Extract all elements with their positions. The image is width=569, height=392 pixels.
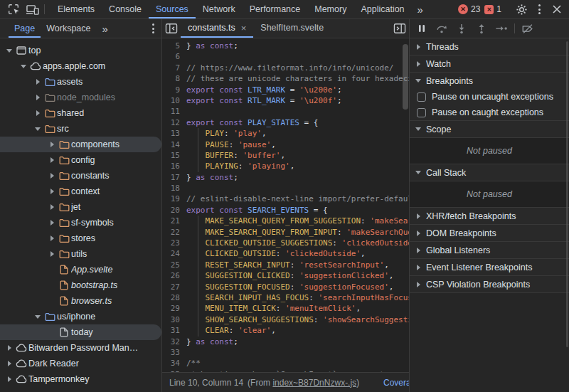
- line-number[interactable]: 11: [162, 106, 186, 117]
- close-tab-icon[interactable]: ×: [240, 23, 248, 33]
- chevron-right-icon[interactable]: [33, 79, 43, 85]
- toggle-debugger-sidebar-icon[interactable]: [390, 19, 409, 38]
- line-number[interactable]: 9: [162, 85, 186, 95]
- more-panels-chevron[interactable]: »: [412, 0, 429, 18]
- line-number[interactable]: 6: [162, 51, 186, 62]
- code-editor[interactable]: 5} as const;67// https://www.fileformat.…: [162, 38, 409, 372]
- line-number[interactable]: 31: [162, 325, 186, 336]
- console-errors-badge[interactable]: ✕ 23: [458, 4, 480, 14]
- deactivate-breakpoints-icon[interactable]: [519, 21, 537, 36]
- chevron-down-icon[interactable]: [33, 127, 43, 131]
- tree-item-apps-apple-com[interactable]: apps.apple.com: [0, 58, 161, 74]
- chevron-right-icon[interactable]: [47, 173, 57, 179]
- line-number[interactable]: 17: [162, 172, 186, 183]
- chevron-down-icon[interactable]: [18, 65, 28, 68]
- line-number[interactable]: 22: [162, 227, 186, 238]
- line-number[interactable]: 33: [162, 347, 186, 358]
- line-number[interactable]: 13: [162, 128, 186, 139]
- chevron-down-icon[interactable]: [33, 315, 43, 319]
- chevron-down-icon[interactable]: [4, 49, 14, 53]
- tree-item-utils[interactable]: utils: [0, 246, 161, 262]
- line-number[interactable]: 19: [162, 194, 186, 204]
- step-icon[interactable]: [492, 21, 511, 36]
- pause-script-icon[interactable]: [413, 21, 431, 36]
- sourcemap-link[interactable]: index~B87DnNzwx-.js: [272, 378, 356, 388]
- chevron-right-icon[interactable]: [4, 345, 14, 351]
- tree-item-constants[interactable]: constants: [0, 168, 161, 184]
- line-number[interactable]: 27: [162, 282, 186, 292]
- tab-application[interactable]: Application: [353, 0, 411, 18]
- coverage-link[interactable]: Coverage: [383, 378, 409, 388]
- navigator-menu-icon[interactable]: [144, 19, 161, 38]
- line-number[interactable]: 28: [162, 292, 186, 303]
- line-number[interactable]: 8: [162, 73, 186, 84]
- line-number[interactable]: 15: [162, 150, 186, 161]
- tab-console[interactable]: Console: [102, 0, 149, 18]
- section-header-watch[interactable]: Watch: [410, 55, 569, 72]
- line-number[interactable]: 29: [162, 303, 186, 314]
- chevron-right-icon[interactable]: [47, 251, 57, 257]
- line-number[interactable]: 10: [162, 95, 186, 106]
- tab-performance[interactable]: Performance: [243, 0, 308, 18]
- chevron-right-icon[interactable]: [33, 110, 43, 116]
- line-number[interactable]: 18: [162, 183, 186, 194]
- chevron-right-icon[interactable]: [47, 204, 57, 210]
- line-number[interactable]: 20: [162, 205, 186, 216]
- tree-item-app-svelte[interactable]: App.svelte: [0, 262, 161, 277]
- line-number[interactable]: 32: [162, 337, 186, 347]
- navigator-tab-page[interactable]: Page: [9, 19, 41, 38]
- tree-item-shared[interactable]: shared: [0, 105, 161, 121]
- hide-navigator-icon[interactable]: [162, 19, 181, 38]
- checkbox-row-pause-on-caught-exceptions[interactable]: Pause on caught exceptions: [410, 105, 569, 120]
- step-out-icon[interactable]: [472, 21, 491, 36]
- section-header-threads[interactable]: Threads: [410, 38, 569, 55]
- line-number[interactable]: 30: [162, 314, 186, 325]
- chevron-right-icon[interactable]: [47, 157, 57, 163]
- chevron-right-icon[interactable]: [33, 95, 43, 100]
- tab-elements[interactable]: Elements: [50, 0, 102, 18]
- section-header-call-stack[interactable]: Call Stack: [410, 164, 569, 181]
- line-number[interactable]: 7: [162, 63, 186, 73]
- devtools-menu-icon[interactable]: [531, 0, 548, 18]
- tree-item-stores[interactable]: stores: [0, 231, 161, 246]
- section-header-scope[interactable]: Scope: [410, 121, 569, 137]
- tree-item-assets[interactable]: assets: [0, 74, 161, 90]
- settings-gear-icon[interactable]: [512, 4, 531, 16]
- tree-item-browser-ts[interactable]: browser.ts: [0, 293, 161, 309]
- line-number[interactable]: 21: [162, 216, 186, 226]
- tree-item-bootstrap-ts[interactable]: bootstrap.ts: [0, 277, 161, 293]
- device-toolbar-icon[interactable]: [23, 0, 41, 18]
- chevron-right-icon[interactable]: [4, 361, 14, 366]
- line-number[interactable]: 24: [162, 248, 186, 259]
- section-header-xhr-fetch-breakpoints[interactable]: XHR/fetch Breakpoints: [410, 208, 569, 224]
- inspect-element-icon[interactable]: [4, 0, 23, 18]
- section-header-csp-violation-breakpoints[interactable]: CSP Violation Breakpoints: [410, 276, 569, 292]
- line-number[interactable]: 16: [162, 161, 186, 171]
- line-number[interactable]: 23: [162, 238, 186, 248]
- issues-badge[interactable]: ✕ 1: [484, 4, 501, 14]
- line-number[interactable]: 25: [162, 260, 186, 270]
- tree-item-context[interactable]: context: [0, 184, 161, 199]
- tree-item-components[interactable]: components: [0, 137, 161, 152]
- tree-item-node-modules[interactable]: node_modules: [0, 90, 161, 105]
- tab-network[interactable]: Network: [196, 0, 243, 18]
- chevron-right-icon[interactable]: [47, 220, 57, 226]
- line-number[interactable]: 34: [162, 358, 186, 369]
- tree-item-src[interactable]: src: [0, 121, 161, 137]
- step-into-icon[interactable]: [452, 21, 471, 36]
- file-tab-shelfitem-svelte[interactable]: ShelfItem.svelte: [253, 19, 329, 38]
- line-number[interactable]: 26: [162, 270, 186, 281]
- chevron-right-icon[interactable]: [47, 189, 57, 194]
- tree-item-sf-symbols[interactable]: sf-symbols: [0, 215, 161, 231]
- tree-item-jet[interactable]: jet: [0, 199, 161, 215]
- chevron-right-icon[interactable]: [47, 235, 57, 241]
- line-number[interactable]: 14: [162, 139, 186, 150]
- tree-item-config[interactable]: config: [0, 152, 161, 168]
- chevron-right-icon[interactable]: [47, 142, 57, 147]
- line-number[interactable]: 12: [162, 117, 186, 128]
- section-header-breakpoints[interactable]: Breakpoints: [410, 73, 569, 89]
- tree-item-today[interactable]: today: [0, 324, 161, 340]
- tab-memory[interactable]: Memory: [307, 0, 353, 18]
- section-header-global-listeners[interactable]: Global Listeners: [410, 242, 569, 258]
- tree-item-top[interactable]: top: [0, 43, 161, 58]
